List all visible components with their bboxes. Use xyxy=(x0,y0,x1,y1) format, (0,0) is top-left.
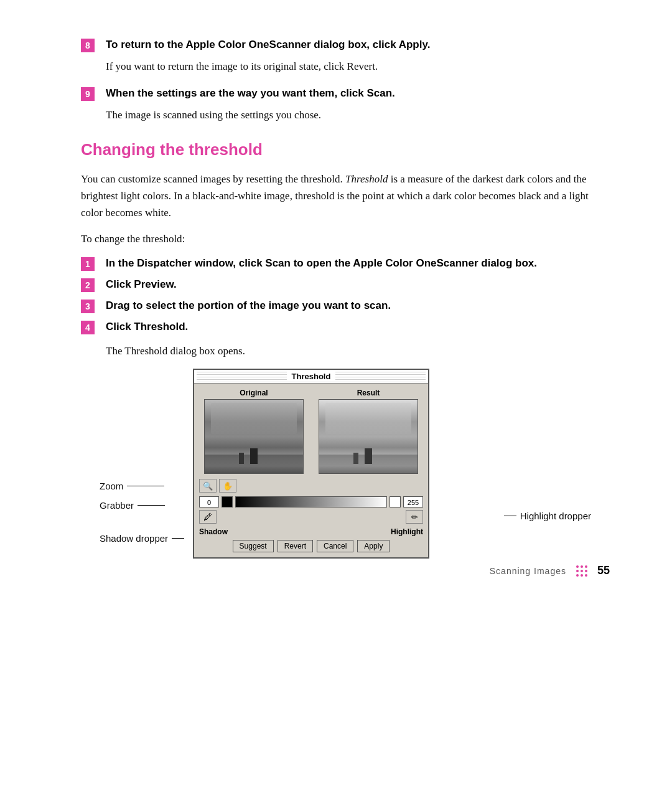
revert-button[interactable]: Revert xyxy=(278,540,313,552)
shadow-label: Shadow xyxy=(199,527,228,536)
zoom-label: Zoom xyxy=(100,481,123,491)
step-9-text: When the settings are the way you want t… xyxy=(106,86,395,101)
shadow-dropper-button[interactable]: 🖉 xyxy=(199,510,217,524)
highlight-dropper-label: Highlight dropper xyxy=(520,511,591,521)
footer-dot-6 xyxy=(585,570,587,572)
highlight-label: Highlight xyxy=(391,527,423,536)
threshold-dialog: Threshold Original xyxy=(193,369,429,559)
page: 8 To return to the Apple Color OneScanne… xyxy=(0,0,672,608)
step-1-number: 1 xyxy=(81,257,95,271)
dialog-title: Threshold xyxy=(287,372,336,381)
step-9: 9 When the settings are the way you want… xyxy=(81,86,610,101)
dialog-buttons-row: Suggest Revert Cancel Apply xyxy=(199,540,423,552)
original-label: Original xyxy=(240,389,268,397)
shadow-highlight-labels: Shadow Highlight xyxy=(199,527,423,536)
step-2: 2 Click Preview. xyxy=(81,277,610,292)
step-9-desc: The image is scanned using the settings … xyxy=(106,107,610,123)
footer-dot-5 xyxy=(581,570,583,572)
grabber-label-row: Grabber xyxy=(100,500,184,511)
footer-dot-2 xyxy=(581,565,583,568)
apply-button[interactable]: Apply xyxy=(357,540,390,552)
highlight-color-swatch xyxy=(390,496,401,507)
footer-dots xyxy=(576,565,587,577)
zoom-label-row: Zoom xyxy=(100,481,184,491)
dialog-content: Original Result xyxy=(194,384,428,557)
shadow-value-box[interactable]: 0 xyxy=(199,496,219,507)
footer-page-number: 55 xyxy=(597,564,610,577)
gradient-slider[interactable] xyxy=(235,496,387,507)
result-label: Result xyxy=(357,389,380,397)
threshold-desc: The Threshold dialog box opens. xyxy=(106,343,610,359)
original-section: Original xyxy=(199,389,309,474)
dialog-titlebar: Threshold xyxy=(194,370,428,384)
body-text-2: To change the threshold: xyxy=(81,230,610,247)
footer-dot-1 xyxy=(576,565,579,568)
step-9-number: 9 xyxy=(81,87,95,101)
step-3-text: Drag to select the portion of the image … xyxy=(106,298,391,313)
shadow-label-row: Shadow dropper xyxy=(100,533,184,544)
body-text-1: You can customize scanned images by rese… xyxy=(81,171,610,222)
page-footer: Scanning Images 55 xyxy=(62,564,610,577)
result-section: Result xyxy=(314,389,423,474)
step-4: 4 Click Threshold. xyxy=(81,319,610,334)
result-image xyxy=(319,399,418,474)
step-8-text: To return to the Apple Color OneScanner … xyxy=(106,37,430,52)
threshold-dialog-wrapper: Threshold Original xyxy=(193,369,429,559)
section-heading: Changing the threshold xyxy=(81,140,610,159)
suggest-button[interactable]: Suggest xyxy=(233,540,274,552)
shadow-value-row: 0 255 xyxy=(199,496,423,507)
footer-dot-4 xyxy=(576,570,579,572)
step-2-text: Click Preview. xyxy=(106,277,177,292)
dropper-row: 🖉 ✏ xyxy=(199,510,423,524)
footer-label: Scanning Images xyxy=(490,566,566,576)
highlight-dropper-button[interactable]: ✏ xyxy=(406,510,423,524)
grabber-tool-button[interactable]: ✋ xyxy=(219,479,236,493)
footer-dot-7 xyxy=(576,574,579,577)
tools-row: 🔍 ✋ xyxy=(199,478,423,494)
grabber-label: Grabber xyxy=(100,500,134,511)
footer-dot-8 xyxy=(581,574,583,577)
original-image xyxy=(204,399,304,474)
highlight-value-box[interactable]: 255 xyxy=(403,496,423,507)
step-8: 8 To return to the Apple Color OneScanne… xyxy=(81,37,610,52)
footer-dot-3 xyxy=(585,565,587,568)
shadow-dropper-label: Shadow dropper xyxy=(100,533,168,544)
step-4-number: 4 xyxy=(81,321,95,334)
step-1: 1 In the Dispatcher window, click Scan t… xyxy=(81,256,610,271)
diagram-container: Zoom Grabber Shadow dropper Highlight dr… xyxy=(81,369,610,559)
step-4-text: Click Threshold. xyxy=(106,319,188,334)
step-8-number: 8 xyxy=(81,39,95,52)
zoom-tool-button[interactable]: 🔍 xyxy=(199,479,217,493)
footer-dot-9 xyxy=(585,574,587,577)
left-labels: Zoom Grabber Shadow dropper xyxy=(100,481,184,544)
shadow-color-swatch xyxy=(222,496,233,507)
dialog-images-row: Original Result xyxy=(199,389,423,474)
step-2-number: 2 xyxy=(81,278,95,292)
right-label-row: Highlight dropper xyxy=(504,511,591,521)
cancel-button[interactable]: Cancel xyxy=(317,540,353,552)
step-3: 3 Drag to select the portion of the imag… xyxy=(81,298,610,313)
step-8-desc: If you want to return the image to its o… xyxy=(106,59,610,75)
step-3-number: 3 xyxy=(81,300,95,313)
step-1-text: In the Dispatcher window, click Scan to … xyxy=(106,256,537,271)
